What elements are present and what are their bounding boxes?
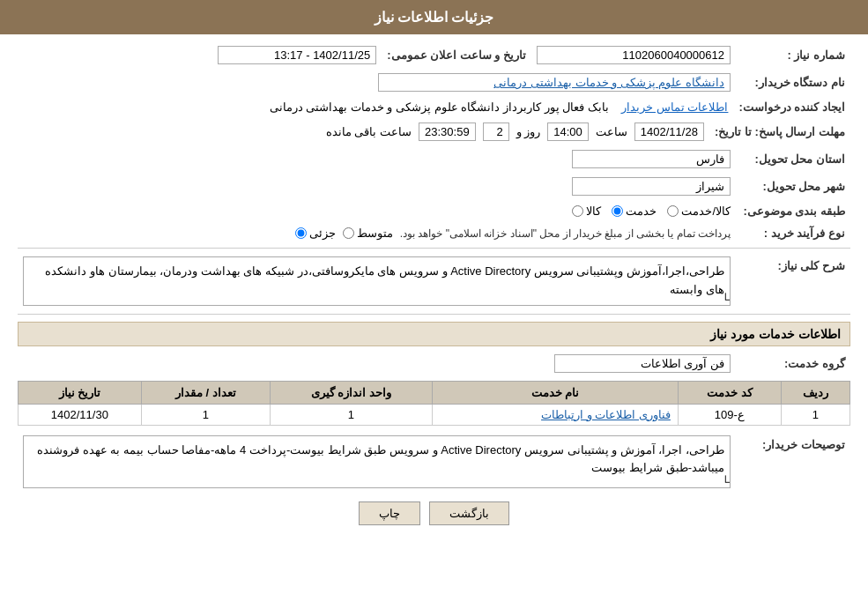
buyer-notes-value: طراحی، اجرا، آموزش و پشتیبانی سرویس Acti… bbox=[37, 443, 724, 475]
service-info-title: اطلاعات خدمات مورد نیاز bbox=[18, 322, 850, 346]
org-name-label: نام دستگاه خریدار: bbox=[736, 71, 850, 94]
buyer-notes-label: توصیحات خریدار: bbox=[736, 433, 850, 491]
process-medium-label: متوسط bbox=[357, 227, 393, 240]
cell-quantity: 1 bbox=[141, 404, 270, 425]
need-number-value: 1102060040000612 bbox=[537, 46, 731, 64]
category-service-option[interactable]: خدمت bbox=[612, 204, 657, 218]
col-service-name: نام خدمت bbox=[433, 381, 679, 404]
deadline-remaining: 23:30:59 bbox=[419, 123, 476, 141]
col-row: ردیف bbox=[781, 381, 849, 404]
process-medium-radio[interactable] bbox=[343, 227, 354, 239]
cell-service-name[interactable]: فناوری اطلاعات و ارتباطات bbox=[433, 404, 679, 425]
cell-row: 1 bbox=[781, 404, 849, 425]
deadline-remaining-label: ساعت باقی مانده bbox=[326, 125, 412, 138]
process-part-label: جزئی bbox=[309, 227, 336, 240]
button-group: بازگشت چاپ bbox=[18, 501, 850, 525]
group-value: فن آوری اطلاعات bbox=[554, 354, 731, 373]
process-medium-option[interactable]: متوسط bbox=[343, 227, 393, 240]
province-label: استان محل تحویل: bbox=[736, 147, 850, 171]
process-full-label: پرداخت تمام یا بخشی از مبلغ خریدار از مح… bbox=[400, 227, 731, 240]
category-label: طبقه بندی موضوعی: bbox=[736, 202, 850, 220]
col-date: تاریخ نیاز bbox=[19, 381, 142, 404]
process-label: نوع فرآیند خرید : bbox=[736, 224, 850, 242]
description-value: طراحی،اجرا،آموزش وپشتیبانی سرویس Active … bbox=[45, 264, 724, 296]
contact-link[interactable]: اطلاعات تماس خریدار bbox=[621, 100, 728, 114]
notes-corner-fold-icon: └ bbox=[716, 473, 730, 487]
cell-date: 1402/11/30 bbox=[19, 404, 142, 425]
table-row: 1 ع-109 فناوری اطلاعات و ارتباطات 1 1 14… bbox=[19, 404, 850, 425]
creator-value: بابک فعال پور کاربرداز دانشگاه علوم پزشک… bbox=[270, 100, 609, 114]
category-goods-label: کالا bbox=[586, 204, 601, 218]
deadline-time: 14:00 bbox=[547, 123, 589, 141]
print-button[interactable]: چاپ bbox=[359, 501, 420, 525]
city-label: شهر محل تحویل: bbox=[736, 175, 850, 198]
deadline-time-label: ساعت bbox=[596, 125, 627, 138]
category-goods-service-label: کالا/خدمت bbox=[681, 204, 731, 218]
cell-service-code: ع-109 bbox=[678, 404, 781, 425]
description-label: شرح کلی نیاز: bbox=[736, 254, 850, 308]
category-goods-option[interactable]: کالا bbox=[572, 204, 601, 218]
divider-2 bbox=[18, 314, 850, 315]
process-part-option[interactable]: جزئی bbox=[295, 227, 336, 240]
col-quantity: تعداد / مقدار bbox=[141, 381, 270, 404]
deadline-days-label: روز و bbox=[516, 125, 541, 138]
category-goods-service-radio[interactable] bbox=[667, 205, 679, 217]
deadline-days: 2 bbox=[483, 123, 509, 141]
org-name-value: دانشگاه علوم پزشکی و خدمات بهداشتی درمان… bbox=[378, 73, 731, 92]
group-label: گروه خدمت: bbox=[736, 352, 850, 375]
creator-label: ایجاد کننده درخواست: bbox=[733, 98, 850, 116]
deadline-date: 1402/11/28 bbox=[634, 123, 704, 141]
announce-label: تاریخ و ساعت اعلان عمومی: bbox=[382, 43, 531, 67]
back-button[interactable]: بازگشت bbox=[429, 501, 509, 525]
description-box: طراحی،اجرا،آموزش وپشتیبانی سرویس Active … bbox=[23, 256, 731, 306]
corner-fold-icon: └ bbox=[716, 291, 730, 305]
buyer-notes-box: طراحی، اجرا، آموزش و پشتیبانی سرویس Acti… bbox=[23, 435, 731, 488]
divider-1 bbox=[18, 248, 850, 249]
services-table: ردیف کد خدمت نام خدمت واحد اندازه گیری ت… bbox=[18, 381, 850, 426]
city-value: شیراز bbox=[572, 177, 731, 196]
province-value: فارس bbox=[572, 150, 731, 168]
need-number-label: شماره نیاز : bbox=[736, 43, 850, 67]
deadline-label: مهلت ارسال پاسخ: تا تاریخ: bbox=[709, 120, 850, 144]
announce-value: 1402/11/25 - 13:17 bbox=[218, 46, 376, 64]
category-service-radio[interactable] bbox=[612, 205, 623, 217]
cell-unit: 1 bbox=[270, 404, 432, 425]
col-service-code: کد خدمت bbox=[678, 381, 781, 404]
category-goods-service-option[interactable]: کالا/خدمت bbox=[667, 204, 731, 218]
category-goods-radio[interactable] bbox=[572, 205, 583, 217]
category-service-label: خدمت bbox=[626, 204, 657, 218]
page-title: جزئیات اطلاعات نیاز bbox=[375, 10, 494, 25]
process-part-radio[interactable] bbox=[295, 227, 307, 239]
page-header: جزئیات اطلاعات نیاز bbox=[0, 0, 868, 34]
col-unit: واحد اندازه گیری bbox=[270, 381, 432, 404]
